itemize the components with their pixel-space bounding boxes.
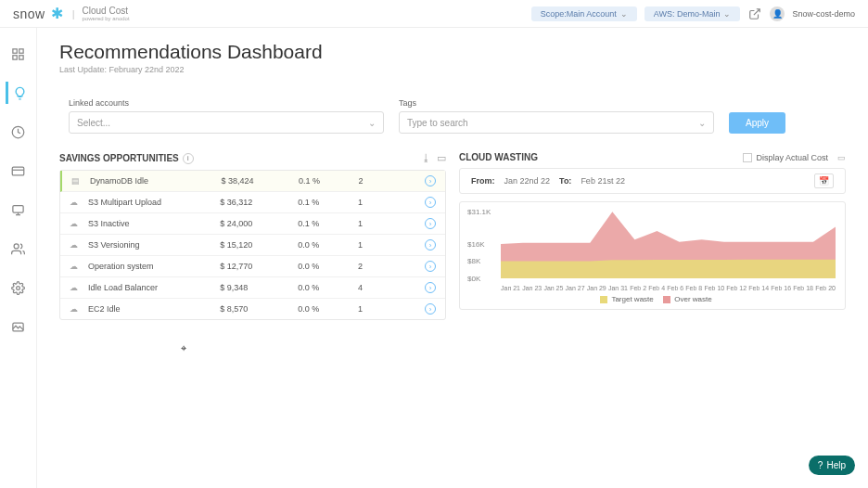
sidebar-item-recommendations[interactable] [6, 82, 28, 104]
sidebar-item-billing[interactable] [7, 160, 30, 182]
svg-rect-2 [13, 55, 17, 58]
row-name: S3 Inactive [88, 219, 220, 228]
actual-cost-label: Display Actual Cost [756, 153, 828, 162]
x-axis-label: Jan 27 [566, 285, 585, 291]
row-icon: ☁ [70, 304, 88, 314]
details-icon[interactable]: › [425, 261, 436, 272]
sidebar-item-settings[interactable] [7, 276, 30, 299]
table-row[interactable]: ☁S3 Multipart Upload$ 36,3120.1 %1› [60, 192, 445, 213]
svg-point-9 [17, 286, 20, 289]
legend-over-label: Over waste [674, 295, 711, 303]
row-icon: ☁ [70, 262, 88, 271]
user-name: Snow-cost-demo [792, 9, 855, 19]
y-axis-label: $16K [467, 239, 485, 248]
details-icon[interactable]: › [425, 197, 436, 208]
legend-over-swatch [663, 296, 670, 303]
row-count: 2 [358, 262, 406, 271]
info-icon[interactable]: i [183, 153, 194, 164]
row-percent: 0.1 % [298, 219, 358, 228]
table-row[interactable]: ☁EC2 Idle$ 8,5700.0 %1› [60, 299, 445, 319]
y-axis-label: $8K [467, 257, 480, 265]
sidebar-item-dashboard[interactable] [7, 43, 30, 65]
sidebar-item-history[interactable] [7, 121, 30, 143]
app-header: snow ✱ | Cloud Cost powered by anodot Sc… [0, 0, 868, 28]
svg-rect-7 [13, 205, 23, 212]
x-axis-label: Jan 31 [608, 285, 628, 291]
table-row[interactable]: ☁S3 Versioning$ 15,1200.0 %1› [60, 235, 445, 256]
row-count: 1 [358, 198, 406, 207]
chart-area [501, 212, 836, 278]
download-icon[interactable]: ⭳ [421, 152, 431, 164]
row-amount: $ 9,348 [220, 283, 298, 292]
x-axis-label: Feb 10 [704, 285, 724, 291]
savings-panel: SAVINGS OPPORTUNITIES i ⭳ ▭ ⌖ ▤DynamoDB … [59, 152, 446, 320]
row-details: › [406, 197, 436, 208]
wasting-panel: CLOUD WASTING Display Actual Cost ▭ From… [459, 152, 846, 320]
details-icon[interactable]: › [425, 282, 436, 293]
x-axis-label: Jan 25 [543, 285, 563, 291]
row-amount: $ 15,120 [220, 240, 298, 250]
calendar-icon[interactable]: ▭ [437, 152, 446, 164]
calendar-icon[interactable]: ▭ [837, 153, 846, 162]
select-placeholder: Select... [77, 118, 110, 128]
to-label: To: [559, 176, 571, 186]
x-axis-label: Feb 16 [771, 285, 791, 291]
filters: Linked accounts Select... ⌄ Tags Type to… [59, 89, 846, 143]
sidebar-item-resources[interactable] [7, 199, 30, 221]
y-axis-label: $0K [467, 275, 480, 283]
help-button[interactable]: ? Help [809, 456, 855, 475]
legend-target-swatch [600, 296, 607, 303]
row-count: 2 [358, 176, 405, 186]
scope-label: Scope:Main Account [541, 9, 617, 19]
logo-text: snow [13, 6, 45, 21]
apply-button[interactable]: Apply [729, 112, 785, 134]
select-placeholder: Type to search [407, 118, 468, 128]
svg-point-8 [14, 243, 19, 248]
wasting-chart: $31.1K$16K$8K$0KJan 21Jan 23Jan 25Jan 27… [466, 208, 839, 291]
scope-selector[interactable]: Scope:Main Account ⌄ [531, 6, 637, 21]
legend-target-label: Target waste [611, 295, 653, 303]
actual-cost-checkbox[interactable] [743, 153, 752, 162]
filter-linked-accounts: Linked accounts Select... ⌄ [69, 98, 384, 134]
details-icon[interactable]: › [425, 303, 436, 315]
row-name: S3 Versioning [88, 240, 220, 250]
table-row[interactable]: ▤DynamoDB Idle$ 38,4240.1 %2› [60, 171, 445, 192]
details-icon[interactable]: › [425, 239, 436, 250]
row-details: › [406, 239, 436, 250]
calendar-picker-icon[interactable]: 📅 [814, 173, 834, 188]
chevron-down-icon: ⌄ [620, 9, 628, 19]
external-link-icon[interactable] [747, 6, 762, 21]
chart-legend: Target waste Over waste [466, 295, 839, 303]
wasting-panel-title: CLOUD WASTING [459, 152, 538, 162]
row-icon: ▤ [71, 176, 90, 186]
row-details: › [406, 261, 436, 272]
row-details: › [406, 303, 436, 315]
filter-label: Linked accounts [69, 98, 384, 108]
chevron-down-icon: ⌄ [723, 9, 731, 19]
tags-select[interactable]: Type to search ⌄ [399, 111, 714, 134]
row-percent: 0.0 % [298, 262, 358, 271]
page-title: Recommendations Dashboard [59, 41, 846, 63]
details-icon[interactable]: › [425, 175, 436, 186]
table-row[interactable]: ☁Operation system$ 12,7700.0 %2› [60, 256, 445, 277]
row-percent: 0.1 % [299, 176, 358, 186]
logo-sub2: powered by anodot [83, 16, 130, 21]
chevron-down-icon: ⌄ [698, 118, 706, 128]
aws-scope-selector[interactable]: AWS: Demo-Main ⌄ [645, 6, 741, 21]
details-icon[interactable]: › [425, 218, 436, 229]
row-count: 1 [358, 304, 406, 314]
row-name: S3 Multipart Upload [88, 198, 220, 207]
sidebar-item-users[interactable] [7, 238, 30, 260]
x-axis-label: Feb 20 [815, 285, 836, 291]
table-row[interactable]: ☁S3 Inactive$ 24,0000.1 %1› [60, 213, 445, 235]
avatar[interactable]: 👤 [770, 6, 785, 21]
x-axis-label: Jan 21 [501, 285, 520, 291]
linked-accounts-select[interactable]: Select... ⌄ [69, 111, 384, 134]
y-axis-label: $31.1K [467, 208, 491, 216]
row-amount: $ 8,570 [220, 304, 298, 314]
sidebar-item-images[interactable] [7, 315, 30, 338]
row-percent: 0.0 % [298, 283, 358, 292]
x-axis-label: Jan 23 [522, 285, 542, 291]
table-row[interactable]: ☁Idle Load Balancer$ 9,3480.0 %4› [60, 277, 445, 299]
aws-scope-label: AWS: Demo-Main [654, 9, 721, 19]
